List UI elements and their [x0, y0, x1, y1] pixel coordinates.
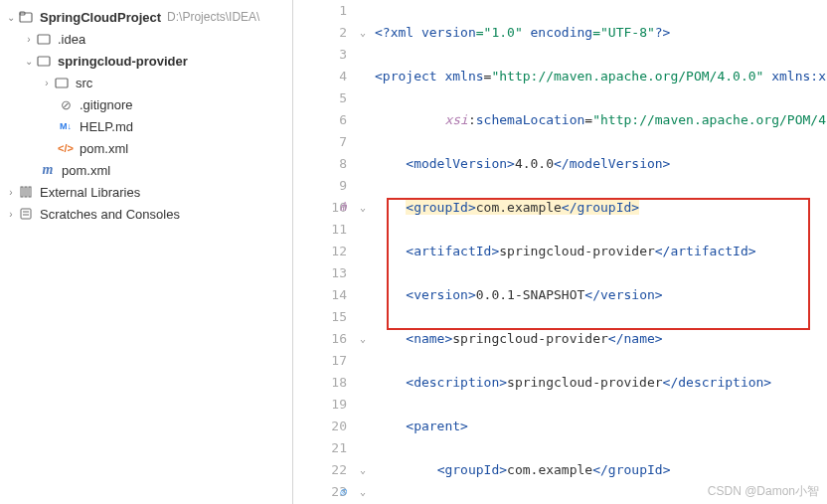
tree-label: .gitignore — [80, 97, 132, 112]
maven-icon: m — [40, 162, 56, 178]
chevron-right-icon: › — [4, 187, 18, 198]
svg-rect-7 — [29, 187, 31, 197]
gitignore-icon: ⊘ — [58, 96, 74, 112]
markdown-icon: M↓ — [58, 118, 74, 134]
svg-rect-3 — [38, 57, 50, 66]
tree-label: Scratches and Consoles — [40, 207, 180, 222]
svg-rect-8 — [21, 209, 31, 219]
svg-rect-2 — [38, 35, 50, 44]
svg-rect-0 — [20, 13, 32, 22]
gutter-annotations: m̂◎ — [334, 0, 352, 503]
code-content[interactable]: <?xml version="1.0" encoding="UTF-8"?> <… — [375, 0, 827, 504]
svg-rect-6 — [25, 187, 27, 197]
folder-icon — [18, 9, 34, 25]
chevron-right-icon: › — [40, 78, 54, 88]
tree-help-file[interactable]: M↓ HELP.md — [0, 115, 292, 137]
xml-icon: </> — [58, 140, 74, 156]
tree-scratches[interactable]: › Scratches and Consoles — [0, 203, 292, 225]
fold-icon: ⌄ — [355, 481, 371, 503]
tree-path: D:\Projects\IDEA\ — [167, 10, 259, 24]
tree-pom-inner-file[interactable]: </> pom.xml — [0, 137, 292, 159]
code-editor[interactable]: 1234567891011121314151617181920212223 m̂… — [293, 0, 827, 504]
folder-icon — [36, 31, 52, 47]
chevron-down-icon: ⌄ — [4, 12, 18, 23]
svg-rect-4 — [56, 79, 68, 87]
tree-label: SpringCloudProject — [40, 10, 161, 25]
fold-gutter[interactable]: ⌄⌄⌄⌄⌄ — [355, 0, 371, 503]
tree-idea-folder[interactable]: › .idea — [0, 28, 292, 50]
maven-gutter-icon: ◎ — [334, 481, 352, 503]
fold-icon: ⌄ — [355, 459, 371, 481]
maven-gutter-icon: m̂ — [334, 197, 352, 219]
project-tree[interactable]: ⌄ SpringCloudProject D:\Projects\IDEA\ ›… — [0, 0, 293, 504]
fold-icon: ⌄ — [355, 328, 371, 350]
folder-icon — [54, 75, 70, 90]
tree-label: springcloud-provider — [58, 54, 188, 69]
tree-label: External Libraries — [40, 185, 140, 200]
svg-rect-5 — [21, 187, 23, 197]
tree-label: pom.xml — [62, 163, 110, 178]
tree-label: pom.xml — [80, 141, 128, 156]
chevron-right-icon: › — [22, 34, 36, 45]
chevron-down-icon: ⌄ — [22, 56, 36, 67]
library-icon — [18, 184, 34, 200]
tree-external-libraries[interactable]: › External Libraries — [0, 181, 292, 203]
fold-icon: ⌄ — [355, 197, 371, 219]
fold-icon: ⌄ — [355, 22, 371, 44]
tree-gitignore-file[interactable]: ⊘ .gitignore — [0, 93, 292, 115]
chevron-right-icon: › — [4, 209, 18, 220]
tree-project-root[interactable]: ⌄ SpringCloudProject D:\Projects\IDEA\ — [0, 6, 292, 28]
tree-pom-outer-file[interactable]: m pom.xml — [0, 159, 292, 181]
folder-icon — [36, 53, 52, 69]
tree-src-folder[interactable]: › src — [0, 72, 292, 93]
scratches-icon — [18, 206, 34, 222]
tree-label: .idea — [58, 32, 85, 47]
watermark: CSDN @Damon小智 — [708, 483, 819, 500]
tree-label: HELP.md — [80, 119, 133, 134]
tree-label: src — [76, 76, 92, 90]
tree-module-folder[interactable]: ⌄ springcloud-provider — [0, 50, 292, 72]
